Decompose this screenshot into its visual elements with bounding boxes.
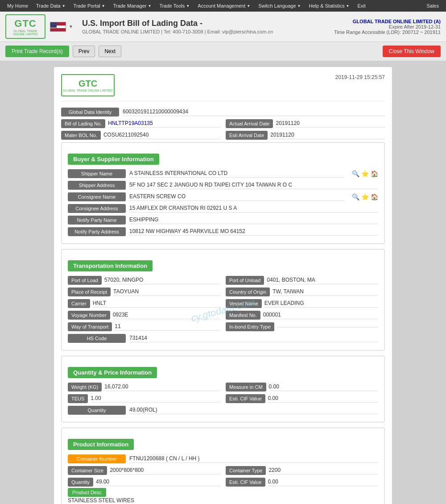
- consignee-star-icon[interactable]: ⭐: [361, 193, 369, 200]
- search-icon[interactable]: 🔍: [352, 170, 359, 177]
- nav-trade-data[interactable]: Trade Data ▼: [33, 1, 69, 10]
- consignee-home-icon[interactable]: 🏠: [371, 193, 378, 200]
- contact-info: GLOBAL TRADE ONLINE LIMITED | Tel: 400-7…: [82, 29, 325, 34]
- quantity-row: Quantity 49.00(ROL): [68, 406, 378, 415]
- measure-cm-label: Measure in CM: [226, 383, 266, 392]
- place-receipt-col: Place of Receipt TAOYUAN: [68, 287, 220, 296]
- actual-arrival-value: 20191120: [276, 120, 385, 128]
- top-toolbar: Print Trade Record(s) Prev Next Close Th…: [0, 42, 446, 61]
- country-origin-col: Country of Origin TW, TAIWAN: [226, 287, 378, 296]
- shipper-address-row: Shipper Address 5F NO 147 SEC 2 JIANGUO …: [68, 181, 378, 190]
- voyage-manifest-row: Voyage Number 0923E Manifest No. 000001: [68, 311, 378, 320]
- notify-party-name-value: ESHIPPING: [129, 217, 378, 224]
- container-size-col: Container Size 2000*806*800: [68, 466, 220, 475]
- esti-arrival-label: Esti Arrival Date: [226, 131, 268, 140]
- prod-qty-label: Quantity: [68, 478, 93, 487]
- product-desc-value: STAINLESS STEEL WIRES: [68, 496, 378, 504]
- carrier-label: Carrier: [68, 299, 90, 308]
- flag-selector[interactable]: ▼: [50, 22, 73, 32]
- notify-party-name-row: Notify Party Name ESHIPPING: [68, 216, 378, 225]
- notify-party-name-label: Notify Party Name: [68, 216, 126, 225]
- shipper-address-value: 5F NO 147 SEC 2 JIANGUO N RD TAIPEI CITY…: [129, 182, 378, 189]
- prod-qty-value: 49.00: [96, 479, 220, 486]
- nav-help-statistics[interactable]: Help & Statistics ▼: [305, 1, 353, 10]
- ldr-info: Time Range Accessible (LDR): 200712 ~ 20…: [334, 29, 441, 35]
- consignee-action-icons: 🔍 ⭐ 🏠: [352, 193, 378, 200]
- account-name: GLOBAL TRADE ONLINE LIMITED (A): [334, 19, 441, 24]
- hs-code-value: 731414: [129, 335, 378, 342]
- prod-cif-label: Esti. CIF Value: [226, 478, 265, 487]
- inbond-value: [277, 326, 378, 328]
- country-origin-label: Country of Origin: [226, 287, 270, 296]
- nav-trade-portal[interactable]: Trade Portal ▼: [70, 1, 109, 10]
- consignee-address-label: Consignee Address: [68, 204, 126, 213]
- print-record-button[interactable]: Print Trade Record(s): [5, 46, 69, 57]
- expire-info: Expire After 2019-12-31: [334, 24, 441, 29]
- shipper-name-label: Shipper Name: [68, 169, 126, 178]
- mater-bol-label: Mater BOL No.: [61, 131, 101, 140]
- company-logo: GTC GLOBAL TRADEONLINE LIMITED: [5, 14, 45, 39]
- quantity-price-section: Quantity & Price Information Weight (KG)…: [61, 356, 385, 422]
- record-logo-text: GTC: [78, 79, 97, 89]
- bol-col: Bill of Lading No. HNLTTP19A03135: [61, 119, 220, 128]
- vessel-name-value: EVER LEADING: [264, 300, 378, 308]
- quantity-label: Quantity: [68, 406, 126, 415]
- nav-switch-language[interactable]: Switch Language ▼: [255, 1, 304, 10]
- consignee-address-row: Consignee Address 15 AMFLEX DR CRANSTON …: [68, 204, 378, 213]
- flag-dropdown-arrow[interactable]: ▼: [69, 24, 73, 29]
- product-desc-section: Product Desc STAINLESS STEEL WIRES: [68, 489, 378, 504]
- title-area: U.S. Import Bill of Lading Data - GLOBAL…: [73, 19, 334, 34]
- shipper-name-value: A STAINLESS INTERNATIONAL CO LTD: [129, 170, 345, 178]
- port-load-label: Port of Load: [68, 276, 102, 285]
- nav-exit[interactable]: Exit: [354, 1, 369, 10]
- hs-code-label: HS Code: [68, 334, 126, 343]
- carrier-value: HNLT: [93, 300, 220, 308]
- home-icon[interactable]: 🏠: [371, 170, 378, 177]
- manifest-col: Manifest No. 000001: [226, 311, 378, 320]
- teus-cif-row: TEUS 1.00 Esti. CIF Value 0.00: [68, 394, 378, 403]
- prod-qty-col: Quantity 49.00: [68, 478, 220, 487]
- notify-party-address-value: 10812 NW HIGHWAY 45 PARKVILLE MO 64152: [129, 228, 378, 236]
- bol-value: HNLTTP19A03135: [108, 120, 220, 128]
- nav-trade-manager[interactable]: Trade Manager ▼: [110, 1, 155, 10]
- shipper-address-label: Shipper Address: [68, 181, 126, 190]
- way-transport-col: Way of Transport 11: [68, 322, 220, 331]
- prev-button[interactable]: Prev: [73, 46, 95, 57]
- actual-arrival-label: Actual Arrival Date: [226, 119, 273, 128]
- port-unload-value: 0401, BOSTON, MA: [267, 277, 378, 284]
- port-load-col: Port of Load 57020, NINGPO: [68, 276, 220, 285]
- close-window-button[interactable]: Close This Window: [383, 46, 441, 57]
- nav-items-left: My Home Trade Data ▼ Trade Portal ▼ Trad…: [4, 1, 369, 10]
- buyer-supplier-header: Buyer & Supplier Information: [68, 154, 159, 165]
- quantity-value: 49.00(ROL): [129, 407, 378, 414]
- esti-cif-col: Esti. CIF Value 0.00: [226, 394, 378, 403]
- voyage-col: Voyage Number 0923E: [68, 311, 220, 320]
- receipt-origin-row: Place of Receipt TAOYUAN Country of Orig…: [68, 287, 378, 296]
- measure-cm-value: 0.00: [269, 383, 378, 391]
- transport-inbond-row: Way of Transport 11 In-bond Entry Type: [68, 322, 378, 331]
- shipper-name-row: Shipper Name A STAINLESS INTERNATIONAL C…: [68, 169, 378, 178]
- page-title: U.S. Import Bill of Lading Data -: [82, 19, 325, 28]
- product-info-header: Product Information: [68, 439, 134, 450]
- container-number-label: Container Number: [68, 454, 126, 463]
- next-button[interactable]: Next: [99, 46, 121, 57]
- record-logo: GTC GLOBAL TRADE ONLINE LIMITED: [61, 74, 115, 96]
- top-navigation: My Home Trade Data ▼ Trade Portal ▼ Trad…: [0, 0, 446, 12]
- inbond-col: In-bond Entry Type: [226, 322, 378, 331]
- transportation-section: Transportation Information Port of Load …: [61, 249, 385, 350]
- nav-trade-tools[interactable]: Trade Tools ▼: [156, 1, 193, 10]
- way-transport-value: 11: [115, 323, 220, 331]
- buyer-supplier-section: Buyer & Supplier Information Shipper Nam…: [61, 142, 385, 244]
- container-type-label: Container Type: [226, 466, 266, 475]
- nav-account-management[interactable]: Account Management ▼: [194, 1, 254, 10]
- mater-bol-row: Mater BOL No. COSU6211092540 Esti Arriva…: [61, 131, 385, 140]
- prod-cif-value: 0.00: [268, 479, 378, 486]
- notify-party-address-label: Notify Party Address: [68, 227, 126, 236]
- logo-area: GTC GLOBAL TRADEONLINE LIMITED ▼: [5, 14, 73, 39]
- shipper-action-icons: 🔍 ⭐ 🏠: [352, 170, 378, 177]
- weight-label: Weight (KG): [68, 383, 102, 392]
- star-icon[interactable]: ⭐: [361, 170, 369, 177]
- mater-bol-col: Mater BOL No. COSU6211092540: [61, 131, 220, 140]
- nav-my-home[interactable]: My Home: [4, 1, 32, 10]
- consignee-search-icon[interactable]: 🔍: [352, 193, 359, 200]
